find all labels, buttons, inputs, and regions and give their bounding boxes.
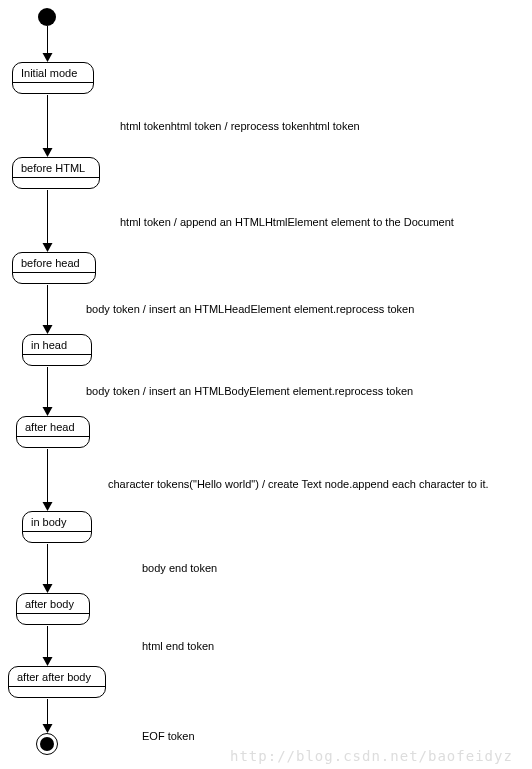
arrow-head-icon xyxy=(43,584,53,593)
state-before-head: before head xyxy=(12,252,96,284)
arrow xyxy=(47,26,48,56)
arrow xyxy=(47,449,48,504)
transition-label: body token / insert an HTMLHeadElement e… xyxy=(86,303,414,315)
state-label: in head xyxy=(23,339,91,355)
transition-label: character tokens("Hello world") / create… xyxy=(108,478,489,490)
transition-label: body token / insert an HTMLBodyElement e… xyxy=(86,385,413,397)
arrow-head-icon xyxy=(43,148,53,157)
state-label: after body xyxy=(17,598,89,614)
state-after-body: after body xyxy=(16,593,90,625)
arrow xyxy=(47,367,48,409)
arrow-head-icon xyxy=(43,325,53,334)
state-after-after-body: after after body xyxy=(8,666,106,698)
state-in-head: in head xyxy=(22,334,92,366)
arrow xyxy=(47,190,48,245)
state-initial: Initial mode xyxy=(12,62,94,94)
arrow-head-icon xyxy=(43,724,53,733)
arrow xyxy=(47,699,48,726)
state-label: in body xyxy=(23,516,91,532)
watermark: http://blog.csdn.net/baofeidyz xyxy=(230,748,513,764)
arrow xyxy=(47,95,48,150)
state-label: Initial mode xyxy=(13,67,93,83)
state-label: after after body xyxy=(9,671,105,687)
arrow-head-icon xyxy=(43,243,53,252)
transition-label: html tokenhtml token / reprocess tokenht… xyxy=(120,120,360,132)
transition-label: EOF token xyxy=(142,730,195,742)
arrow xyxy=(47,285,48,327)
arrow-head-icon xyxy=(43,53,53,62)
state-after-head: after head xyxy=(16,416,90,448)
transition-label: html token / append an HTMLHtmlElement e… xyxy=(120,216,454,228)
arrow-head-icon xyxy=(43,657,53,666)
state-label: before head xyxy=(13,257,95,273)
transition-label: body end token xyxy=(142,562,217,574)
state-before-html: before HTML xyxy=(12,157,100,189)
end-node xyxy=(36,733,58,755)
state-label: before HTML xyxy=(13,162,99,178)
start-node xyxy=(38,8,56,26)
transition-label: html end token xyxy=(142,640,214,652)
state-label: after head xyxy=(17,421,89,437)
arrow xyxy=(47,544,48,586)
arrow-head-icon xyxy=(43,502,53,511)
activity-diagram: Initial mode html tokenhtml token / repr… xyxy=(0,0,532,769)
state-in-body: in body xyxy=(22,511,92,543)
arrow-head-icon xyxy=(43,407,53,416)
arrow xyxy=(47,626,48,659)
